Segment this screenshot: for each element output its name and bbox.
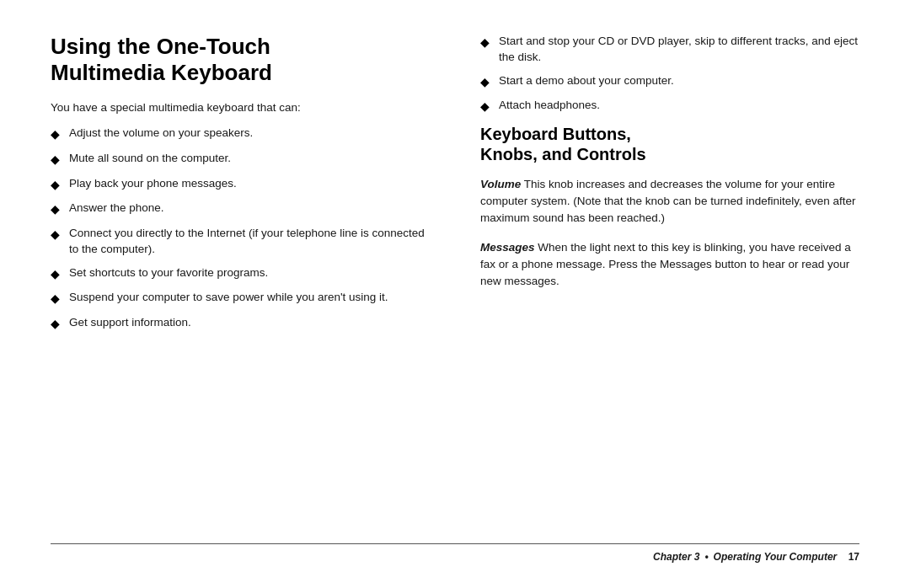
section2-title: Keyboard Buttons,Knobs, and Controls (480, 124, 859, 164)
list-item: ◆Connect you directly to the Internet (i… (51, 226, 430, 258)
footer: Chapter 3 • Operating Your Computer 17 (51, 543, 859, 563)
footer-section: Operating Your Computer (714, 551, 838, 563)
bullet-icon: ◆ (51, 201, 62, 218)
content-area: Using the One-TouchMultimedia Keyboard Y… (51, 34, 859, 535)
term-label: Messages (480, 241, 535, 254)
list-item: ◆Start a demo about your computer. (480, 73, 859, 91)
left-column: Using the One-TouchMultimedia Keyboard Y… (51, 34, 438, 535)
descriptions-container: Volume This knob increases and decreases… (480, 176, 859, 291)
list-item: ◆Suspend your computer to save power whi… (51, 290, 430, 307)
bullet-icon: ◆ (51, 227, 62, 243)
list-item: ◆Set shortcuts to your favorite programs… (51, 265, 430, 283)
list-item: ◆Attach headphones. (480, 98, 859, 115)
list-item: ◆Mute all sound on the computer. (51, 151, 430, 168)
list-item: ◆Play back your phone messages. (51, 176, 430, 194)
list-item: ◆Adjust the volume on your speakers. (51, 126, 430, 143)
bullet-icon: ◆ (51, 177, 62, 194)
page-container: Using the One-TouchMultimedia Keyboard Y… (0, 0, 910, 588)
page-title: Using the One-TouchMultimedia Keyboard (51, 34, 430, 86)
bullet-icon: ◆ (51, 152, 62, 168)
right-column: ◆Start and stop your CD or DVD player, s… (472, 34, 859, 535)
bullet-icon: ◆ (480, 35, 492, 51)
footer-spacer (837, 551, 848, 563)
intro-text: You have a special multimedia keyboard t… (51, 101, 430, 114)
bullet-icon: ◆ (51, 266, 62, 283)
bullet-icon: ◆ (480, 99, 492, 115)
footer-separator: • (704, 551, 708, 563)
bullet-icon: ◆ (480, 74, 492, 91)
bullet-icon: ◆ (51, 316, 62, 333)
bullet-icon: ◆ (51, 126, 62, 143)
term-label: Volume (480, 178, 521, 190)
description-block: Messages When the light next to this key… (480, 239, 859, 291)
description-block: Volume This knob increases and decreases… (480, 176, 859, 227)
list-item: ◆Start and stop your CD or DVD player, s… (480, 34, 859, 66)
footer-chapter: Chapter 3 (653, 551, 699, 563)
footer-page-number: 17 (848, 551, 859, 563)
right-bullet-list: ◆Start and stop your CD or DVD player, s… (480, 34, 859, 115)
left-bullet-list: ◆Adjust the volume on your speakers.◆Mut… (51, 126, 430, 332)
list-item: ◆Get support information. (51, 315, 430, 333)
list-item: ◆Answer the phone. (51, 200, 430, 218)
bullet-icon: ◆ (51, 291, 62, 307)
